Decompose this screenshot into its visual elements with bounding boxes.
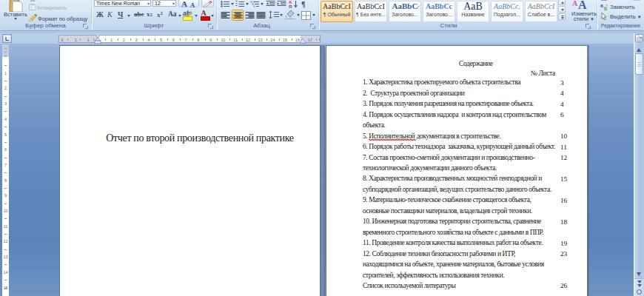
svg-text:A: A [572, 0, 578, 7]
svg-text:a: a [600, 3, 603, 8]
svg-text:A: A [578, 0, 587, 10]
svg-text:Я: Я [289, 4, 292, 8]
